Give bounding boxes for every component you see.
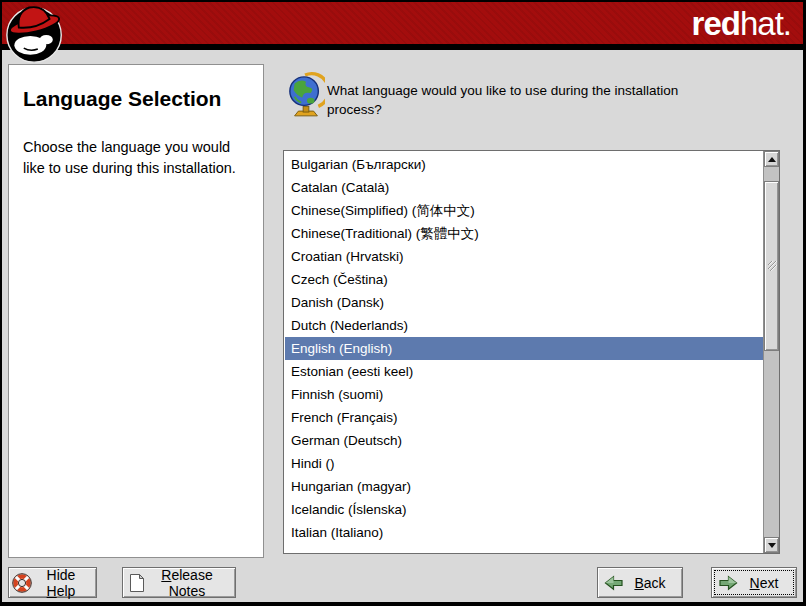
list-scrollbar[interactable]	[763, 151, 779, 553]
language-list-item[interactable]: Czech (Čeština)	[285, 268, 763, 291]
header-bar	[2, 2, 803, 44]
scroll-down-button[interactable]	[764, 537, 779, 553]
language-list-item[interactable]: Catalan (Català)	[285, 176, 763, 199]
language-list-item[interactable]: Chinese(Simplified) (简体中文)	[285, 199, 763, 222]
language-list-item[interactable]: Danish (Dansk)	[285, 291, 763, 314]
language-list-item[interactable]: Bulgarian (Български)	[285, 153, 763, 176]
next-label: Next	[738, 575, 790, 591]
language-list-item[interactable]: Italian (Italiano)	[285, 521, 763, 544]
language-list-item[interactable]: Icelandic (Íslenska)	[285, 498, 763, 521]
question-text: What language would you like to use duri…	[327, 81, 707, 119]
language-list-item[interactable]: Estonian (eesti keel)	[285, 360, 763, 383]
language-list-item[interactable]: Hungarian (magyar)	[285, 475, 763, 498]
globe-icon	[287, 71, 325, 117]
language-list-item[interactable]: Chinese(Traditional) (繁體中文)	[285, 222, 763, 245]
language-list: Bulgarian (Български) Catalan (Català) C…	[283, 150, 780, 554]
installer-window: redhat. Language Selection Choose the la…	[0, 0, 806, 606]
language-list-item[interactable]: Finnish (suomi)	[285, 383, 763, 406]
document-icon	[129, 573, 145, 593]
language-list-item[interactable]: French (Français)	[285, 406, 763, 429]
scrollbar-trough[interactable]	[764, 167, 779, 181]
help-panel: Language Selection Choose the language y…	[8, 64, 264, 558]
language-list-item[interactable]: Dutch (Nederlands)	[285, 314, 763, 337]
next-arrow-icon	[718, 575, 738, 591]
redhat-shadowman-icon	[5, 3, 65, 65]
scrollbar-thumb[interactable]	[764, 181, 779, 351]
back-arrow-icon	[604, 575, 624, 591]
help-text: Choose the language you would like to us…	[23, 137, 251, 179]
header-divider	[2, 44, 803, 50]
thumb-grip-icon	[767, 260, 777, 272]
scrollbar-trough[interactable]	[764, 351, 779, 537]
language-list-item[interactable]: German (Deutsch)	[285, 429, 763, 452]
brand-bold: red	[692, 5, 740, 42]
language-list-item[interactable]: Hindi ()	[285, 452, 763, 475]
scroll-down-icon	[768, 543, 776, 548]
scroll-up-icon	[768, 157, 776, 162]
redhat-logo-text: redhat.	[692, 4, 791, 44]
next-button[interactable]: Next	[711, 567, 797, 598]
hide-help-label: Hide Help	[32, 567, 90, 599]
brand-rest: hat.	[740, 5, 791, 42]
language-rows: Bulgarian (Български) Catalan (Català) C…	[285, 153, 763, 544]
language-list-item[interactable]: English (English)	[285, 337, 763, 360]
hide-help-button[interactable]: Hide Help	[8, 567, 97, 598]
release-notes-label: Release Notes	[145, 567, 229, 599]
language-list-item[interactable]: Croatian (Hrvatski)	[285, 245, 763, 268]
lifebuoy-icon	[12, 573, 32, 593]
back-label: Back	[624, 575, 676, 591]
release-notes-button[interactable]: Release Notes	[122, 567, 236, 598]
page-title: Language Selection	[23, 87, 249, 111]
scroll-up-button[interactable]	[764, 151, 779, 167]
back-button[interactable]: Back	[597, 567, 683, 598]
